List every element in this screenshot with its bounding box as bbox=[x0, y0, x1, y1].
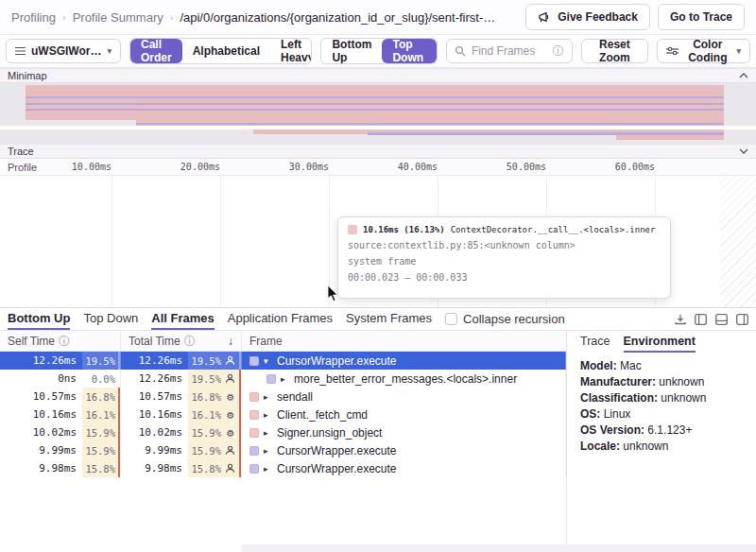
chevron-down-icon[interactable] bbox=[739, 148, 748, 154]
chevron-right-icon[interactable]: ▸ bbox=[264, 410, 272, 420]
table-row[interactable]: 10.02ms15.9%10.02ms15.9%⚙▸Signer.unsign_… bbox=[0, 423, 566, 441]
self-time-cell: 12.26ms19.5% bbox=[0, 352, 121, 370]
details-tab-environment[interactable]: Environment bbox=[624, 335, 696, 353]
frames-table-body: 12.26ms19.5%12.26ms19.5%▾CursorWrapper.e… bbox=[0, 352, 566, 477]
tab-application-frames[interactable]: Application Frames bbox=[228, 308, 333, 330]
give-feedback-button[interactable]: Give Feedback bbox=[525, 4, 650, 30]
sorting-option-left-heavy[interactable]: Left Heavy bbox=[270, 39, 312, 63]
self-time-column-header[interactable]: Self Time ⓘ bbox=[0, 332, 121, 351]
layout-right-icon[interactable] bbox=[736, 314, 748, 325]
frame-cell[interactable]: ▸more_better_error_messages.<locals>.inn… bbox=[242, 370, 566, 388]
self-time-cell: 9.98ms15.8% bbox=[0, 459, 121, 477]
system-frame-icon: ⚙ bbox=[224, 409, 236, 421]
self-time-value: 12.26ms bbox=[33, 354, 77, 367]
sort-descending-icon[interactable]: ↓ bbox=[228, 335, 233, 348]
total-time-column-header[interactable]: Total Time ⓘ ↓ bbox=[121, 332, 242, 351]
system-frame-icon: ⚙ bbox=[224, 427, 236, 439]
environment-field: Locale: unknown bbox=[580, 439, 743, 455]
sorting-option-call-order[interactable]: Call Order bbox=[130, 39, 182, 63]
frame-color-swatch bbox=[249, 410, 259, 420]
reset-zoom-button[interactable]: Reset Zoom bbox=[581, 39, 648, 63]
thread-selector-label: uWSGIWor… bbox=[31, 44, 101, 58]
time-ruler[interactable]: Profile 10.00ms20.00ms30.00ms40.00ms50.0… bbox=[0, 160, 756, 176]
layout-left-icon[interactable] bbox=[695, 314, 707, 325]
table-row[interactable]: 10.16ms16.1%10.16ms16.1%⚙▸Client._fetch_… bbox=[0, 405, 566, 423]
trace-header[interactable]: Trace bbox=[0, 144, 756, 159]
collapse-recursion-label: Collapse recursion bbox=[463, 312, 565, 326]
sorting-segmented-control: Call OrderAlphabeticalLeft Heavy bbox=[129, 38, 312, 64]
out-of-range-hatch bbox=[720, 176, 756, 307]
minimap-header[interactable]: Minimap bbox=[0, 68, 756, 83]
layout-bottom-icon[interactable] bbox=[715, 314, 728, 325]
tab-system-frames[interactable]: System Frames bbox=[346, 308, 432, 330]
frame-cell[interactable]: ▸Signer.unsign_object bbox=[242, 423, 566, 441]
ruler-tick-label: 40.00ms bbox=[381, 162, 438, 172]
chevron-right-icon[interactable]: ▸ bbox=[281, 374, 289, 384]
self-time-value: 10.02ms bbox=[33, 426, 77, 439]
self-time-cell: 10.57ms16.8% bbox=[0, 388, 121, 405]
table-row[interactable]: 12.26ms19.5%12.26ms19.5%▾CursorWrapper.e… bbox=[0, 352, 566, 370]
self-time-value: 0ns bbox=[58, 372, 77, 385]
self-time-cell: 10.16ms16.1% bbox=[0, 405, 121, 423]
self-time-value: 10.57ms bbox=[33, 390, 77, 403]
frame-cell[interactable]: ▾CursorWrapper.execute bbox=[242, 352, 566, 370]
info-icon: ⓘ bbox=[184, 336, 196, 347]
self-time-label: Self Time bbox=[8, 335, 55, 348]
frame-cell[interactable]: ▸sendall bbox=[242, 388, 566, 405]
tab-all-frames[interactable]: All Frames bbox=[151, 308, 214, 330]
table-row[interactable]: 10.57ms16.8%10.57ms16.8%⚙▸sendall bbox=[0, 388, 566, 405]
application-frame-icon bbox=[224, 445, 236, 456]
info-icon: ⓘ bbox=[553, 45, 564, 57]
frame-name: sendall bbox=[277, 390, 313, 404]
table-row[interactable]: 9.99ms15.9%9.99ms15.9%▸CursorWrapper.exe… bbox=[0, 441, 566, 459]
table-row[interactable]: 9.98ms15.8%9.98ms15.8%▸CursorWrapper.exe… bbox=[0, 459, 566, 477]
self-time-cell: 10.02ms15.9% bbox=[0, 423, 121, 441]
minimap-shape bbox=[26, 96, 724, 98]
chevron-right-icon[interactable]: ▸ bbox=[264, 446, 272, 456]
frame-cell[interactable]: ▸CursorWrapper.execute bbox=[242, 441, 566, 459]
ruler-tick-label: 30.00ms bbox=[272, 162, 329, 172]
frame-color-swatch bbox=[249, 356, 259, 366]
direction-option-bottom-up[interactable]: Bottom Up bbox=[321, 39, 382, 63]
collapse-recursion-checkbox[interactable] bbox=[445, 313, 457, 325]
breadcrumb-profiling[interactable]: Profiling bbox=[11, 10, 56, 25]
tab-top-down[interactable]: Top Down bbox=[83, 308, 138, 330]
environment-list: Model: MacManufacturer: unknownClassific… bbox=[567, 353, 756, 460]
frame-name: CursorWrapper.execute bbox=[277, 354, 397, 368]
chevron-right-icon[interactable]: ▸ bbox=[264, 428, 272, 438]
details-tab-trace[interactable]: Trace bbox=[580, 335, 610, 353]
minimap-canvas[interactable] bbox=[0, 83, 756, 144]
frame-name: Client._fetch_cmd bbox=[277, 408, 368, 422]
frame-cell[interactable]: ▸CursorWrapper.execute bbox=[242, 459, 566, 477]
frame-name: more_better_error_messages.<locals>.inne… bbox=[294, 372, 517, 386]
breadcrumb-profile-summary[interactable]: Profile Summary bbox=[73, 10, 163, 25]
trace-title: Trace bbox=[8, 146, 34, 157]
ruler-tick-label: 60.00ms bbox=[598, 162, 655, 172]
top-bar: Profiling › Profile Summary › /api/0/org… bbox=[0, 0, 756, 34]
self-time-percent: 15.9% bbox=[82, 423, 120, 441]
chevron-right-icon[interactable]: ▸ bbox=[264, 392, 272, 402]
direction-option-top-down[interactable]: Top Down bbox=[382, 39, 436, 63]
frame-cell[interactable]: ▸Client._fetch_cmd bbox=[242, 405, 566, 423]
chevron-down-icon[interactable]: ▾ bbox=[264, 356, 272, 366]
go-to-trace-button[interactable]: Go to Trace bbox=[658, 4, 745, 30]
chevron-right-icon: › bbox=[170, 11, 174, 23]
collapse-recursion-control[interactable]: Collapse recursion bbox=[445, 312, 565, 326]
sorting-option-alphabetical[interactable]: Alphabetical bbox=[182, 39, 270, 63]
find-frames-search[interactable]: Find Frames ⓘ bbox=[446, 39, 573, 63]
chevron-up-icon[interactable] bbox=[739, 73, 748, 78]
give-feedback-label: Give Feedback bbox=[558, 10, 638, 24]
chevron-right-icon: › bbox=[62, 11, 66, 23]
download-icon[interactable] bbox=[675, 314, 686, 325]
environment-field: Model: Mac bbox=[580, 358, 743, 374]
frame-column-header[interactable]: Frame bbox=[242, 332, 566, 351]
color-coding-button[interactable]: Color Coding ▾ bbox=[657, 39, 750, 63]
thread-selector[interactable]: uWSGIWor… ▾ bbox=[6, 39, 121, 63]
chevron-right-icon[interactable]: ▸ bbox=[264, 464, 272, 474]
horizontal-scrollbar[interactable] bbox=[242, 544, 756, 552]
total-time-percent: 15.9% bbox=[188, 441, 241, 459]
total-time-value: 12.26ms bbox=[139, 354, 182, 367]
breadcrumb: Profiling › Profile Summary › /api/0/org… bbox=[11, 10, 495, 25]
tab-bottom-up[interactable]: Bottom Up bbox=[8, 308, 70, 330]
table-row[interactable]: 0ns0.0%12.26ms19.5%▸more_better_error_me… bbox=[0, 370, 566, 388]
